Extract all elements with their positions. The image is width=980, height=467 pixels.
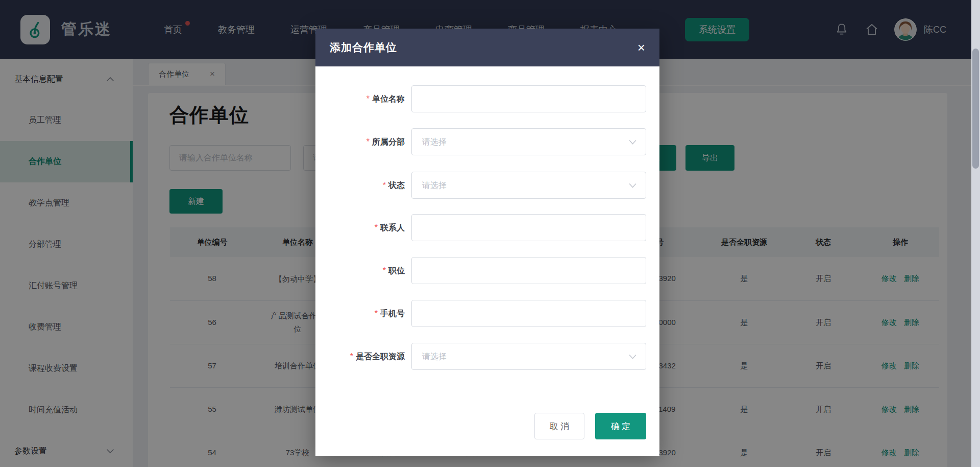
field-label-text: 职位 <box>388 266 405 275</box>
chevron-down-icon <box>629 183 636 188</box>
form-row-3: *状态请选择 <box>315 172 659 199</box>
required-asterisk: * <box>366 95 370 103</box>
modal-header: 添加合作单位 × <box>315 29 659 66</box>
field-label: *联系人 <box>315 214 405 241</box>
add-partner-unit-modal: 添加合作单位 × *单位名称*所属分部请选择*状态请选择*联系人*职位*手机号*… <box>315 29 659 456</box>
field-label: *所属分部 <box>315 128 405 155</box>
field-label-text: 联系人 <box>380 223 405 232</box>
close-icon[interactable]: × <box>638 41 645 54</box>
required-asterisk: * <box>383 181 386 190</box>
confirm-button[interactable]: 确 定 <box>595 413 646 439</box>
select-field-3[interactable]: 请选择 <box>411 172 646 199</box>
cancel-button[interactable]: 取 消 <box>534 413 584 439</box>
text-input[interactable] <box>412 300 646 326</box>
field-label-text: 所属分部 <box>372 137 405 146</box>
form-row-1: *单位名称 <box>315 85 659 112</box>
select-field-7[interactable]: 请选择 <box>411 343 646 370</box>
modal-title: 添加合作单位 <box>330 40 397 55</box>
app-root: 管乐迷 首页教务管理运营管理产品管理电商管理商品管理报表中心 系统设置 <box>0 0 980 467</box>
vertical-scrollbar[interactable] <box>971 0 980 467</box>
field-label: *职位 <box>315 257 405 284</box>
chevron-down-icon <box>629 355 636 359</box>
form-row-5: *职位 <box>315 257 659 284</box>
select-field-2[interactable]: 请选择 <box>411 128 646 155</box>
text-input[interactable] <box>412 215 646 241</box>
select-placeholder: 请选择 <box>422 129 447 155</box>
field-label-text: 状态 <box>388 181 405 190</box>
required-asterisk: * <box>350 352 353 361</box>
required-asterisk: * <box>375 223 378 232</box>
form-row-6: *手机号 <box>315 300 659 327</box>
field-label: *单位名称 <box>315 85 405 112</box>
field-label-text: 手机号 <box>380 309 405 318</box>
form-row-4: *联系人 <box>315 214 659 241</box>
input-field-6[interactable] <box>411 300 646 327</box>
form-row-2: *所属分部请选择 <box>315 128 659 155</box>
scrollbar-thumb[interactable] <box>972 49 979 169</box>
field-label-text: 是否全职资源 <box>356 352 405 361</box>
field-label: *手机号 <box>315 300 405 327</box>
input-field-5[interactable] <box>411 257 646 284</box>
required-asterisk: * <box>383 266 386 275</box>
input-field-4[interactable] <box>411 214 646 241</box>
required-asterisk: * <box>375 309 378 318</box>
required-asterisk: * <box>366 137 370 146</box>
form-row-7: *是否全职资源请选择 <box>315 343 659 370</box>
select-placeholder: 请选择 <box>422 172 447 198</box>
input-field-1[interactable] <box>411 85 646 112</box>
field-label-text: 单位名称 <box>372 95 405 103</box>
text-input[interactable] <box>412 258 646 284</box>
field-label: *是否全职资源 <box>315 343 405 370</box>
modal-body: *单位名称*所属分部请选择*状态请选择*联系人*职位*手机号*是否全职资源请选择 <box>315 66 659 456</box>
select-placeholder: 请选择 <box>422 343 447 369</box>
field-label: *状态 <box>315 172 405 199</box>
chevron-down-icon <box>629 140 636 145</box>
text-input[interactable] <box>412 86 646 112</box>
